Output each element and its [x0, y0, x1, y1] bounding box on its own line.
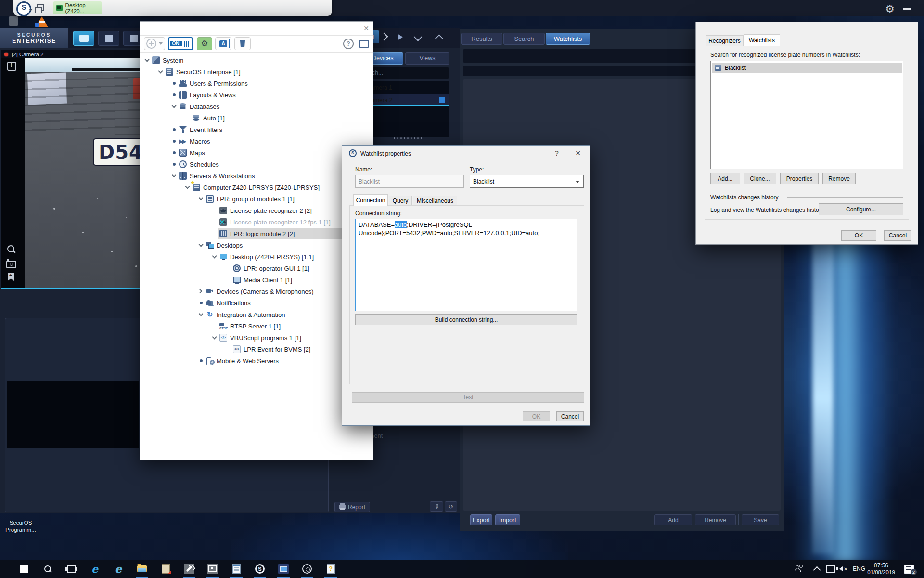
tree-item-securos-enterprise[interactable]: SecurOS Enterprise [1] — [140, 66, 373, 78]
settings-gear-icon[interactable]: ⚙ — [884, 3, 896, 15]
snapshot-icon[interactable] — [6, 258, 17, 269]
export-button[interactable]: Export — [470, 514, 492, 525]
on-off-toggle[interactable]: ON — [168, 37, 193, 50]
tree-item-users-permissions[interactable]: Users & Permissions — [140, 78, 373, 89]
tab-miscellaneous[interactable]: Miscellaneous — [413, 196, 457, 206]
desktop-tab[interactable]: Desktop (Z420... — [53, 1, 102, 14]
tree-item-recognizer2[interactable]: License plate recognizer 2 [2] — [140, 205, 373, 216]
menu-caret-icon[interactable] — [29, 9, 33, 11]
securos-taskbar-icon[interactable]: S — [254, 563, 266, 575]
bookmark-add-icon[interactable] — [6, 272, 17, 282]
admin-tool-icon[interactable] — [183, 563, 195, 575]
import-button[interactable]: Import — [495, 514, 520, 525]
tab-query[interactable]: Query — [389, 196, 412, 206]
tab-watchlists[interactable]: Watchlists — [744, 34, 780, 46]
tree-item-recognizer12fps[interactable]: License plate recognizer 12 fps 1 [1] — [140, 216, 373, 228]
tree-item-layouts-views[interactable]: Layouts & Views — [140, 89, 373, 101]
edge-icon[interactable]: e — [89, 563, 101, 575]
tab-connection[interactable]: Connection — [353, 194, 388, 206]
panel-ok-button[interactable]: OK — [841, 230, 876, 241]
tree-item-system[interactable]: System — [140, 54, 373, 66]
tree-item-vbjscript[interactable]: </>VB/JScript programs 1 [1] — [140, 332, 373, 343]
remove-button[interactable]: Remove — [695, 514, 736, 525]
connection-string-textarea[interactable]: DATABASE=auto;DRIVER={PostgreSQL Unicode… — [355, 219, 578, 311]
configure-button[interactable]: Configure... — [819, 203, 903, 215]
tree-item-notifications[interactable]: Notifications — [140, 297, 373, 309]
notepad-icon[interactable] — [231, 563, 242, 575]
watchlists-list[interactable]: Blacklist — [710, 61, 903, 169]
media-client-taskbar-icon[interactable] — [278, 563, 289, 575]
frame-alert-icon[interactable] — [6, 61, 17, 71]
network-tray-icon[interactable] — [826, 560, 835, 578]
dialog-help-icon[interactable]: ? — [552, 149, 562, 157]
tree-item-devices[interactable]: Devices (Cameras & Microphones) — [140, 286, 373, 297]
window-switch-icon[interactable] — [37, 4, 44, 11]
test-button[interactable]: Test — [352, 392, 584, 403]
save-button[interactable]: Save — [742, 514, 779, 525]
tab-search[interactable]: Search — [503, 33, 545, 45]
tree-item-lpr-group[interactable]: LPR: group of modules 1 [1] — [140, 193, 373, 205]
play-icon[interactable] — [398, 34, 403, 40]
volume-muted-icon[interactable]: ✕ — [839, 560, 847, 578]
layout-quad-button[interactable] — [98, 31, 119, 46]
task-view-icon[interactable] — [65, 563, 77, 575]
remove-watchlist-button[interactable]: Remove — [822, 173, 856, 184]
splitter-dots[interactable] — [394, 137, 422, 139]
tree-item-lpr-logic-module[interactable]: LPR: logic module 2 [2] — [140, 228, 373, 239]
cancel-button[interactable]: Cancel — [556, 411, 584, 421]
start-button[interactable] — [18, 563, 30, 575]
internet-explorer-icon[interactable]: e — [113, 563, 124, 575]
people-tray-icon[interactable] — [795, 560, 804, 578]
tab-recognizers[interactable]: Recognizers — [706, 35, 744, 46]
tree-item-macros[interactable]: ▶▶Macros — [140, 135, 373, 147]
watchlist-row-blacklist[interactable]: Blacklist — [712, 63, 902, 73]
tree-item-media-client[interactable]: Media Client 1 [1] — [140, 274, 373, 286]
undo-button[interactable]: ↺ — [445, 501, 457, 512]
language-indicator[interactable]: ENG — [853, 560, 865, 578]
clipboard-app-icon[interactable] — [160, 563, 171, 575]
tree-item-integration[interactable]: ↻Integration & Automation — [140, 309, 373, 320]
desktop-icon-generic[interactable] — [9, 16, 18, 26]
notification-center-icon[interactable]: 2 — [904, 560, 914, 578]
tray-expand-icon[interactable] — [814, 560, 820, 578]
tab-watchlists[interactable]: Watchlists — [546, 33, 590, 45]
tree-item-operator-gui[interactable]: LPR: operator GUI 1 [1] — [140, 263, 373, 274]
camera-view-tile[interactable]: D54 — [1, 58, 140, 289]
rename-button[interactable]: A — [215, 37, 231, 50]
edit-button[interactable]: ✎ — [430, 501, 443, 512]
tree-item-schedules[interactable]: Schedules — [140, 158, 373, 170]
emblem-app-icon[interactable] — [301, 563, 313, 575]
tab-results[interactable]: Results — [461, 33, 502, 45]
desktop-shortcut-label[interactable]: SecurOS Programm... — [0, 519, 41, 534]
tree-item-rtsp-server[interactable]: RTSPRTSP Server 1 [1] — [140, 320, 373, 332]
type-dropdown[interactable]: Blacklist — [470, 175, 584, 188]
tree-item-mobile-web[interactable]: Mobile & Web Servers — [140, 355, 373, 367]
tree-item-databases[interactable]: Databases — [140, 101, 373, 112]
tree-item-event-filters[interactable]: Event filters — [140, 124, 373, 135]
tree-item-desktop[interactable]: Desktop (Z420-LPRSYS) [1.1] — [140, 251, 373, 263]
display-button[interactable] — [357, 37, 371, 50]
tree-item-computer[interactable]: Computer Z420-LPRSYS [Z420-LPRSYS] — [140, 182, 373, 193]
layout-single-button[interactable] — [73, 31, 94, 46]
clock[interactable]: 07:56 01/08/2019 — [866, 562, 896, 578]
tree-item-lpr-event-bvms[interactable]: </>LPR Event for BVMS [2] — [140, 343, 373, 355]
taskbar-search-icon[interactable] — [42, 563, 53, 575]
add-watchlist-button[interactable]: Add... — [710, 173, 740, 184]
minimize-icon[interactable] — [903, 8, 911, 10]
name-field[interactable]: Blacklist — [355, 175, 464, 188]
add-object-button[interactable] — [144, 37, 165, 50]
tree-item-auto[interactable]: Auto [1] — [140, 112, 373, 124]
add-button[interactable]: Add — [654, 514, 692, 525]
help-file-icon[interactable] — [325, 563, 336, 575]
properties-watchlist-button[interactable]: Properties — [780, 173, 819, 184]
tree-item-servers-workstations[interactable]: Servers & Workstations — [140, 170, 373, 182]
file-explorer-icon[interactable] — [136, 563, 148, 575]
tree-item-desktops[interactable]: Desktops — [140, 239, 373, 251]
delete-button[interactable] — [234, 37, 251, 50]
panel-cancel-button[interactable]: Cancel — [884, 230, 911, 241]
clone-watchlist-button[interactable]: Clone... — [744, 173, 776, 184]
help-button[interactable]: ? — [342, 37, 355, 50]
tab-views[interactable]: Views — [405, 52, 449, 65]
build-connection-string-button[interactable]: Build connection string... — [355, 314, 578, 325]
remote-monitor-icon[interactable] — [207, 563, 218, 575]
